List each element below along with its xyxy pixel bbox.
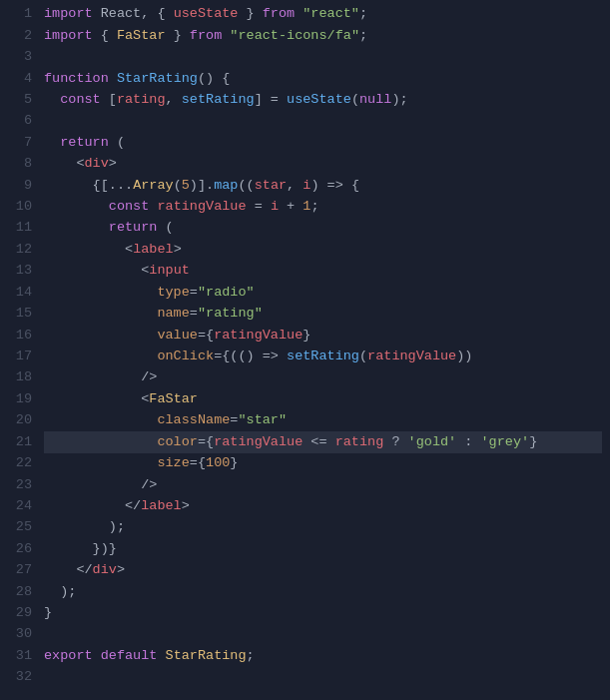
token: React, { xyxy=(93,4,174,25)
token: } xyxy=(529,432,537,453)
token: (( xyxy=(238,176,254,197)
token: className xyxy=(157,410,230,431)
token: div xyxy=(93,560,117,581)
token: const xyxy=(60,90,101,111)
token: ={ xyxy=(190,453,206,474)
token: "radio" xyxy=(198,283,255,304)
token: } xyxy=(238,4,262,25)
token: import xyxy=(44,26,93,47)
line-number-7: 7 xyxy=(12,133,32,154)
token: = xyxy=(230,410,238,431)
token: })} xyxy=(44,539,117,560)
line-number-2: 2 xyxy=(12,25,32,46)
line-number-16: 16 xyxy=(12,325,32,346)
line-number-1: 1 xyxy=(12,4,32,25)
token: "rating" xyxy=(198,304,263,325)
token: < xyxy=(44,389,149,410)
token: "star" xyxy=(238,410,287,431)
code-line-30 xyxy=(44,624,602,645)
code-line-2: import { FaStar } from "react-icons/fa"; xyxy=(44,25,602,46)
code-line-11: return ( xyxy=(44,218,602,239)
token: + xyxy=(279,197,303,218)
token: input xyxy=(149,261,190,282)
token: map xyxy=(214,176,238,197)
line-number-13: 13 xyxy=(12,261,32,282)
line-number-11: 11 xyxy=(12,218,32,239)
code-line-3 xyxy=(44,47,602,68)
line-number-5: 5 xyxy=(12,90,32,111)
line-number-12: 12 xyxy=(12,240,32,261)
token: ); xyxy=(44,582,76,603)
token xyxy=(44,347,157,367)
code-line-10: const ratingValue = i + 1; xyxy=(44,197,602,218)
token: size xyxy=(157,453,189,474)
line-number-15: 15 xyxy=(12,304,32,325)
token: 1 xyxy=(303,197,310,218)
line-number-24: 24 xyxy=(12,496,32,517)
code-line-5: const [rating, setRating] = useState(nul… xyxy=(44,90,602,111)
code-line-6 xyxy=(44,111,602,132)
token: } xyxy=(44,603,52,624)
token: default xyxy=(101,646,158,667)
token: return xyxy=(60,133,109,154)
token xyxy=(44,218,109,239)
code-line-23: /> xyxy=(44,474,602,495)
code-line-21: color={ratingValue <= rating ? 'gold' : … xyxy=(44,431,602,452)
token: ratingValue xyxy=(157,197,246,218)
code-content: import React, { useState } from "react";… xyxy=(44,4,610,696)
line-number-19: 19 xyxy=(12,389,32,410)
token: useState xyxy=(287,90,351,111)
token: StarRating xyxy=(166,646,247,667)
token: < xyxy=(44,261,149,282)
code-line-9: {[...Array(5)].map((star, i) => { xyxy=(44,175,602,196)
token: label xyxy=(133,240,174,261)
code-line-14: type="radio" xyxy=(44,282,602,303)
token: { xyxy=(93,26,117,47)
token: const xyxy=(109,197,150,218)
token: [ xyxy=(101,90,117,111)
token xyxy=(44,410,157,431)
token: )) xyxy=(456,347,472,367)
token: useState xyxy=(174,4,239,25)
token: ; xyxy=(247,646,255,667)
code-line-16: value={ratingValue} xyxy=(44,325,602,346)
code-line-12: <label> xyxy=(44,240,602,261)
token: "react" xyxy=(303,4,359,25)
line-number-31: 31 xyxy=(12,646,32,667)
token: rating xyxy=(335,432,384,453)
token: i xyxy=(271,197,279,218)
token: ] = xyxy=(255,90,287,111)
token: ={ xyxy=(198,432,214,453)
token: FaStar xyxy=(149,389,198,410)
token: ratingValue xyxy=(214,432,303,453)
code-line-18: /> xyxy=(44,367,602,388)
line-number-22: 22 xyxy=(12,453,32,474)
line-number-17: 17 xyxy=(12,347,32,367)
token: star xyxy=(255,176,287,197)
token xyxy=(44,90,60,111)
token: : xyxy=(456,432,480,453)
token: 'grey' xyxy=(481,432,530,453)
token: ={ xyxy=(198,326,214,347)
code-line-24: </label> xyxy=(44,496,602,517)
token xyxy=(109,69,117,90)
token: } xyxy=(303,326,310,347)
token: ( xyxy=(351,90,359,111)
token: = xyxy=(247,197,271,218)
token: ) => { xyxy=(310,176,359,197)
line-number-29: 29 xyxy=(12,603,32,624)
token: FaStar xyxy=(117,26,166,47)
token: i xyxy=(303,176,310,197)
token xyxy=(93,646,101,667)
token xyxy=(44,283,157,304)
token: type xyxy=(157,283,189,304)
token: < xyxy=(44,154,85,175)
line-number-18: 18 xyxy=(12,367,32,388)
line-number-27: 27 xyxy=(12,560,32,581)
code-line-22: size={100} xyxy=(44,453,602,474)
token: null xyxy=(359,90,391,111)
token: /> xyxy=(44,475,157,496)
token: name xyxy=(157,304,189,325)
code-line-7: return ( xyxy=(44,133,602,154)
token: )]. xyxy=(190,176,214,197)
